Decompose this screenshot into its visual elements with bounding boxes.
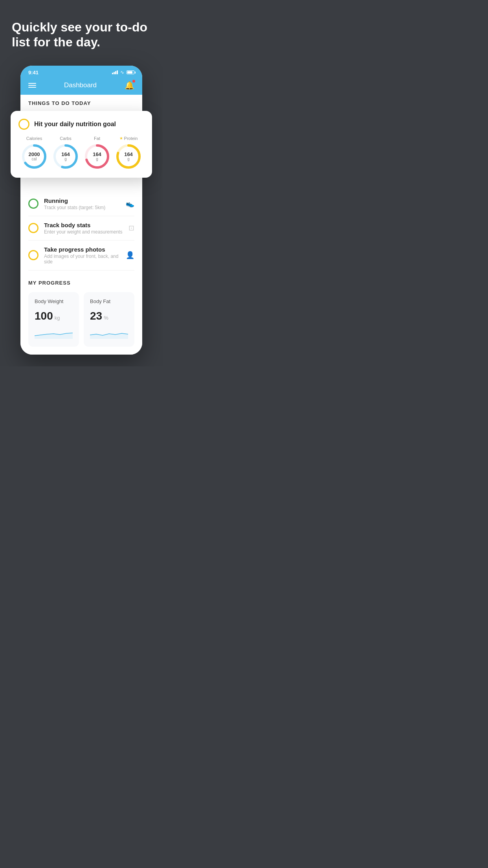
photos-text: Take progress photos Add images of your …: [44, 246, 120, 265]
carbs-ring: 164 g: [52, 143, 79, 170]
fat-value-text: 164 g: [93, 152, 101, 161]
body-stats-circle: [28, 223, 39, 233]
calories-ring-item: Calories 2000 cal: [21, 136, 48, 170]
protein-value-text: 164 g: [124, 152, 133, 161]
body-stats-title: Track body stats: [44, 222, 123, 228]
fat-ring: 164 g: [84, 143, 110, 170]
status-bar: 9:41 ∿: [20, 66, 142, 77]
body-weight-value: 100: [35, 310, 53, 322]
photos-circle: [28, 250, 39, 260]
body-weight-card: Body Weight 100 kg: [28, 292, 79, 347]
calories-label: Calories: [26, 136, 42, 141]
signal-icon: [112, 70, 118, 74]
body-fat-unit: %: [104, 315, 108, 321]
calories-value-text: 2000 cal: [29, 152, 40, 161]
nutrition-card-title: Hit your daily nutrition goal: [34, 121, 116, 128]
running-subtitle: Track your stats (target: 5km): [44, 205, 120, 210]
body-stats-text: Track body stats Enter your weight and m…: [44, 222, 123, 235]
phone-frame: 9:41 ∿ Dashboard 🔔: [20, 66, 142, 355]
carbs-ring-item: Carbs 164 g: [52, 136, 79, 170]
hero-section: Quickly see your to-do list for the day.: [0, 0, 163, 62]
nutrition-circle: [18, 119, 29, 130]
todo-list: Running Track your stats (target: 5km) 👟…: [20, 192, 142, 270]
hero-title: Quickly see your to-do list for the day.: [12, 20, 151, 50]
nutrition-rings: Calories 2000 cal Carbs: [18, 136, 144, 170]
protein-ring-item: ★Protein 164 g: [115, 136, 142, 170]
body-stats-subtitle: Enter your weight and measurements: [44, 229, 123, 235]
nutrition-card: Hit your daily nutrition goal Calories 2…: [11, 111, 152, 178]
scale-icon: ⊡: [128, 224, 134, 232]
things-to-do-title: THINGS TO DO TODAY: [20, 95, 142, 109]
list-item[interactable]: Running Track your stats (target: 5km) 👟: [28, 192, 134, 216]
notification-dot: [132, 80, 135, 83]
carbs-label: Carbs: [60, 136, 71, 141]
protein-label: ★Protein: [119, 136, 138, 141]
calories-ring: 2000 cal: [21, 143, 48, 170]
photos-title: Take progress photos: [44, 246, 120, 253]
body-fat-value-row: 23 %: [90, 310, 128, 322]
fat-ring-item: Fat 164 g: [84, 136, 110, 170]
protein-star: ★: [119, 136, 123, 140]
body-fat-chart: [90, 327, 128, 339]
running-text: Running Track your stats (target: 5km): [44, 197, 120, 210]
progress-cards: Body Weight 100 kg Body Fat: [28, 292, 134, 347]
running-title: Running: [44, 197, 120, 204]
running-circle: [28, 199, 39, 209]
shoe-icon: 👟: [126, 199, 134, 208]
carbs-value-text: 164 g: [61, 152, 70, 161]
photos-subtitle: Add images of your front, back, and side: [44, 254, 120, 265]
person-icon: 👤: [126, 251, 134, 259]
notification-button[interactable]: 🔔: [125, 81, 134, 90]
menu-button[interactable]: [28, 83, 36, 88]
progress-section: MY PROGRESS Body Weight 100 kg: [20, 270, 142, 355]
nutrition-card-header: Hit your daily nutrition goal: [18, 119, 144, 130]
nav-title: Dashboard: [64, 81, 97, 89]
battery-icon: [127, 70, 134, 74]
status-icons: ∿: [112, 70, 134, 75]
protein-ring: 164 g: [115, 143, 142, 170]
body-weight-value-row: 100 kg: [35, 310, 73, 322]
body-weight-label: Body Weight: [35, 298, 73, 304]
body-weight-unit: kg: [55, 315, 60, 321]
fat-label: Fat: [94, 136, 100, 141]
nav-bar: Dashboard 🔔: [20, 77, 142, 95]
status-time: 9:41: [28, 70, 39, 75]
phone-mockup: 9:41 ∿ Dashboard 🔔: [20, 66, 142, 366]
list-item[interactable]: Track body stats Enter your weight and m…: [28, 216, 134, 241]
body-fat-value: 23: [90, 310, 102, 322]
list-item[interactable]: Take progress photos Add images of your …: [28, 241, 134, 270]
body-fat-card: Body Fat 23 %: [84, 292, 134, 347]
body-fat-label: Body Fat: [90, 298, 128, 304]
wifi-icon: ∿: [120, 70, 124, 75]
progress-title: MY PROGRESS: [28, 280, 134, 286]
body-weight-chart: [35, 327, 73, 339]
